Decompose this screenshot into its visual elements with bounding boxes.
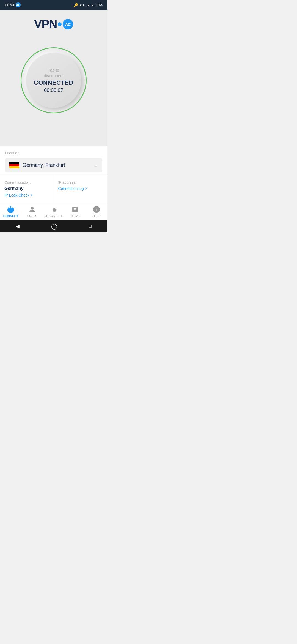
- location-label: Location: [5, 151, 102, 155]
- info-icon: i: [93, 206, 100, 213]
- timer-label: 00:00:07: [44, 88, 63, 93]
- location-section: Location Germany, Frankfurt ⌄: [0, 146, 107, 175]
- status-left: 11:50 AC: [4, 2, 21, 7]
- ip-leak-check-link[interactable]: IP Leak Check >: [4, 193, 33, 197]
- current-location-label: Current location:: [4, 180, 49, 184]
- gear-icon: [50, 206, 57, 213]
- status-right: 🔑 ▾▲ ▲▲ 73%: [74, 3, 103, 7]
- nav-advanced[interactable]: ADVANCED: [43, 203, 64, 220]
- logo-vpn-text: VPN: [34, 18, 57, 31]
- nav-connect[interactable]: CONNECT: [0, 203, 21, 220]
- logo-container: VPN AC: [34, 18, 73, 31]
- location-selector[interactable]: Germany, Frankfurt ⌄: [5, 158, 102, 172]
- ip-address-cell: IP address: Connection log >: [54, 175, 108, 203]
- bottom-nav: CONNECT PREFS ADVANCED NEWS: [0, 203, 107, 220]
- nav-help-label: HELP: [93, 214, 101, 218]
- nav-advanced-label: ADVANCED: [45, 214, 62, 218]
- location-left: Germany, Frankfurt: [9, 162, 65, 168]
- svg-text:i: i: [96, 207, 97, 212]
- logo-ac-badge: AC: [63, 19, 73, 29]
- nav-connect-label: CONNECT: [3, 214, 18, 218]
- flag-yellow: [9, 166, 19, 168]
- person-icon: [28, 206, 36, 213]
- connect-outer-ring: Tap to disconnect CONNECTED 00:00:07: [21, 47, 87, 113]
- logo: VPN AC: [34, 18, 73, 31]
- connect-circle-wrapper: Tap to disconnect CONNECTED 00:00:07: [21, 47, 87, 113]
- main-area: VPN AC Tap to disconnect CONNECTED 00:00…: [0, 10, 107, 146]
- germany-flag: [9, 162, 19, 168]
- connect-button[interactable]: Tap to disconnect CONNECTED 00:00:07: [26, 53, 81, 108]
- ip-address-label: IP address:: [58, 180, 103, 184]
- info-row: Current location: Germany IP Leak Check …: [0, 175, 107, 203]
- home-button[interactable]: ◯: [51, 223, 57, 230]
- nav-news-label: NEWS: [71, 214, 80, 218]
- flag-red: [9, 164, 19, 166]
- chevron-down-icon: ⌄: [93, 162, 98, 168]
- key-icon: 🔑: [74, 3, 78, 7]
- status-time: 11:50: [4, 3, 14, 7]
- nav-help[interactable]: i HELP: [86, 203, 107, 220]
- ac-icon: AC: [16, 2, 21, 7]
- logo-dot: [58, 22, 62, 26]
- nav-prefs[interactable]: PREFS: [21, 203, 43, 220]
- flag-black: [9, 162, 19, 164]
- signal-icon: ▲▲: [87, 3, 94, 7]
- selected-location-name: Germany, Frankfurt: [23, 162, 65, 168]
- bottom-section: Location Germany, Frankfurt ⌄ Current lo…: [0, 146, 107, 220]
- svg-point-1: [31, 207, 33, 209]
- nav-news[interactable]: NEWS: [64, 203, 86, 220]
- connected-status-label: CONNECTED: [34, 79, 73, 86]
- logo-dot-container: [57, 22, 62, 26]
- news-icon: [71, 206, 79, 213]
- current-location-cell: Current location: Germany IP Leak Check …: [0, 175, 54, 203]
- wifi-icon: ▾▲: [80, 3, 85, 7]
- connection-log-link[interactable]: Connection log >: [58, 186, 87, 191]
- recents-button[interactable]: □: [89, 224, 92, 229]
- status-bar: 11:50 AC 🔑 ▾▲ ▲▲ 73%: [0, 0, 107, 10]
- tap-to-disconnect-label: Tap to disconnect: [44, 67, 64, 78]
- power-icon: [7, 206, 15, 213]
- nav-prefs-label: PREFS: [27, 214, 37, 218]
- battery-status: 73%: [96, 3, 103, 7]
- system-nav-bar: ◀ ◯ □: [0, 220, 107, 232]
- back-button[interactable]: ◀: [16, 223, 20, 229]
- current-location-value: Germany: [4, 186, 49, 191]
